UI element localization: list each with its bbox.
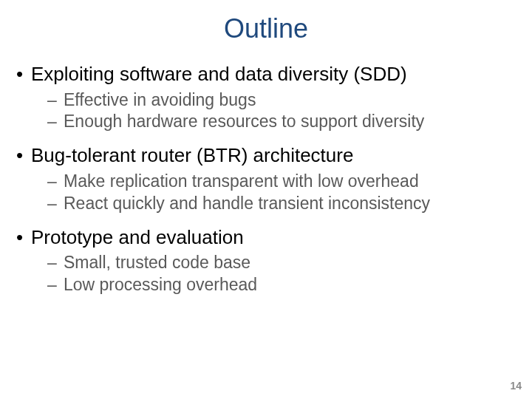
bullet-text: Exploiting software and data diversity (…: [31, 63, 407, 85]
sub-bullet-text: Low processing overhead: [64, 275, 257, 294]
page-number: 14: [510, 380, 522, 392]
sub-bullet-text: Small, trusted code base: [64, 253, 250, 272]
sub-bullet-list: Effective in avoiding bugs Enough hardwa…: [31, 89, 519, 134]
bullet-item: Bug-tolerant router (BTR) architecture M…: [13, 143, 519, 214]
sub-bullet-text: React quickly and handle transient incon…: [64, 194, 430, 213]
sub-bullet-item: Effective in avoiding bugs: [31, 89, 519, 112]
sub-bullet-item: Low processing overhead: [31, 274, 519, 296]
sub-bullet-text: Enough hardware resources to support div…: [64, 112, 424, 131]
bullet-list: Exploiting software and data diversity (…: [13, 62, 519, 296]
bullet-text: Prototype and evaluation: [31, 226, 244, 248]
slide-title: Outline: [0, 0, 532, 44]
sub-bullet-item: Small, trusted code base: [31, 252, 519, 274]
slide: Outline Exploiting software and data div…: [0, 0, 532, 399]
sub-bullet-list: Small, trusted code base Low processing …: [31, 252, 519, 296]
sub-bullet-item: Enough hardware resources to support div…: [31, 111, 519, 133]
sub-bullet-list: Make replication transparent with low ov…: [31, 171, 519, 215]
slide-body: Exploiting software and data diversity (…: [0, 44, 532, 296]
sub-bullet-text: Effective in avoiding bugs: [64, 90, 256, 109]
sub-bullet-text: Make replication transparent with low ov…: [64, 171, 419, 191]
sub-bullet-item: React quickly and handle transient incon…: [31, 193, 519, 215]
bullet-item: Prototype and evaluation Small, trusted …: [13, 225, 519, 296]
bullet-text: Bug-tolerant router (BTR) architecture: [31, 144, 353, 166]
bullet-item: Exploiting software and data diversity (…: [13, 62, 519, 133]
sub-bullet-item: Make replication transparent with low ov…: [31, 171, 519, 193]
